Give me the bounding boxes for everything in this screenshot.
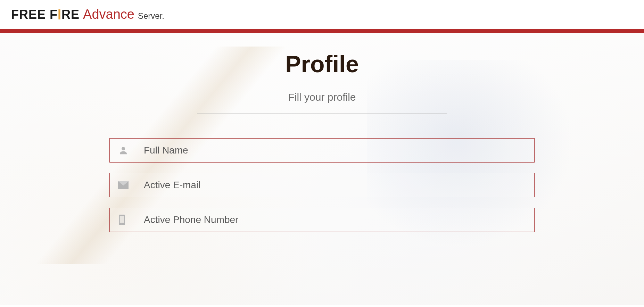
profile-form	[109, 138, 535, 232]
logo: FREE FIRE Advance Server.	[11, 7, 164, 22]
main-content: Profile Fill your profile	[0, 33, 644, 305]
svg-rect-3	[120, 216, 124, 223]
logo-advance: Advance	[83, 7, 134, 22]
subtitle-divider	[197, 114, 447, 114]
logo-text-re: RE	[61, 7, 80, 22]
svg-point-4	[122, 224, 123, 225]
phone-input[interactable]	[135, 214, 526, 225]
logo-flame-icon: I	[58, 6, 61, 23]
full-name-input[interactable]	[135, 145, 526, 156]
full-name-row[interactable]	[109, 138, 535, 163]
phone-icon	[118, 215, 135, 225]
phone-row[interactable]	[109, 208, 535, 232]
page-subtitle: Fill your profile	[0, 91, 644, 103]
email-input[interactable]	[135, 180, 526, 191]
person-icon	[118, 145, 135, 156]
svg-point-0	[122, 147, 125, 150]
logo-text-free-f: FREE F	[11, 7, 58, 22]
logo-server: Server.	[138, 11, 164, 21]
page-title: Profile	[0, 50, 644, 77]
header: FREE FIRE Advance Server.	[0, 0, 644, 29]
header-divider-bar	[0, 29, 644, 33]
envelope-icon	[118, 181, 135, 189]
email-row[interactable]	[109, 173, 535, 197]
logo-freefire: FREE FIRE	[11, 7, 80, 22]
